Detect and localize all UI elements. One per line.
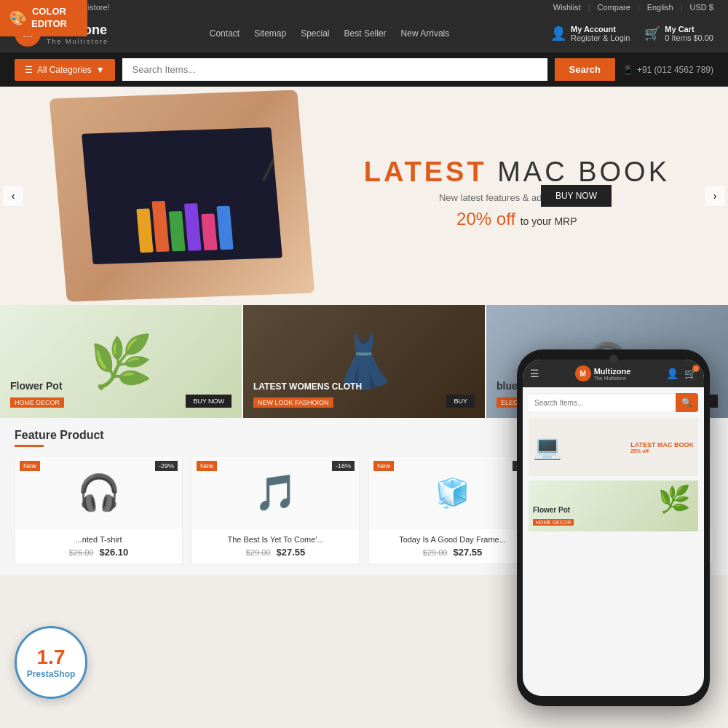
- language-selector[interactable]: English: [647, 3, 673, 12]
- fashion-fig-1: [136, 209, 153, 253]
- product-card-2[interactable]: New -16% 🎵 The Best Is Yet To Come'... $…: [191, 456, 360, 564]
- fashion-fig-4: [184, 203, 202, 250]
- category-name-2: LATEST WOMENS CLOTH: [253, 381, 362, 392]
- categories-label: All Categories: [37, 65, 92, 75]
- phone-logo-text: Multizone The Multistore: [594, 367, 631, 381]
- phone-plant-decoration: 🌿: [658, 484, 691, 515]
- phone-hero-laptop: 💻: [533, 433, 562, 461]
- menu-icon: ☰: [25, 65, 33, 75]
- hero-content: LATEST MAC BOOK New latest features & ad…: [364, 157, 670, 235]
- fashion-fig-5: [201, 213, 217, 250]
- phone-cat-banner: 🌿 Flower Pot HOME DECOR: [529, 480, 698, 531]
- prestashop-badge: 1.7 PrestaShop: [15, 626, 95, 706]
- product-prices-2: $29.00 $27.55: [198, 547, 353, 558]
- phone-account-icon[interactable]: 👤: [666, 368, 678, 379]
- account-text: My Account Register & Login: [571, 25, 630, 42]
- color-editor-icon: 🎨: [9, 9, 27, 28]
- phone-hero: 💻 LATEST MAC BOOK 25% off: [529, 418, 698, 476]
- category-banner-women: 👗 LATEST WOMENS CLOTH NEW LOOK FASHOION …: [243, 305, 486, 418]
- nav-newarrivals[interactable]: New Arrivals: [401, 28, 450, 39]
- phone-cart-icon[interactable]: 🛒0: [684, 368, 697, 379]
- compare-link[interactable]: Compare: [598, 3, 630, 12]
- category-badge-2: NEW LOOK FASHOION: [253, 397, 333, 408]
- whatsapp-icon: 📱: [622, 65, 633, 75]
- laptop-screen: [82, 127, 282, 264]
- product-badge-1: New: [20, 461, 40, 471]
- product-name-2: The Best Is Yet To Come'...: [198, 535, 353, 544]
- category-badge-1: HOME DECOR: [10, 397, 64, 408]
- header-actions: 👤 My Account Register & Login 🛒 My Cart …: [550, 25, 713, 42]
- whatsapp-contact: 📱 +91 (012 4562 789): [622, 65, 713, 75]
- phone-tagline: The Multistore: [594, 376, 631, 381]
- hero-title-accent: LATEST: [364, 157, 487, 187]
- nav-contact[interactable]: Contact: [210, 28, 240, 39]
- categories-button[interactable]: ☰ All Categories ▼: [15, 59, 115, 81]
- my-account-button[interactable]: 👤 My Account Register & Login: [550, 25, 630, 42]
- product-badge-2: New: [197, 461, 217, 471]
- hero-slider: ‹ LATEST MAC BOOK New latest features & …: [0, 87, 728, 305]
- product-card-3[interactable]: New -5% 🧊 Today Is A Good Day Frame... $…: [368, 456, 537, 564]
- my-cart-button[interactable]: 🛒 My Cart 0 Items $0.00: [644, 25, 713, 42]
- product-info-3: Today Is A Good Day Frame... $29.00 $27.…: [369, 529, 536, 563]
- phone-number: +91 (012 4562 789): [637, 65, 713, 75]
- search-button[interactable]: Search: [555, 58, 615, 81]
- hero-laptop-visual: [50, 90, 315, 302]
- plant-decoration: 🌿: [90, 332, 153, 392]
- nav-special[interactable]: Special: [301, 28, 329, 39]
- product-badge-3: New: [373, 461, 394, 471]
- cart-text: My Cart 0 Items $0.00: [665, 25, 713, 42]
- product-image-3: 🧊: [369, 456, 536, 529]
- phone-search-bar: 🔍: [529, 393, 698, 412]
- product-info-2: The Best Is Yet To Come'... $29.00 $27.5…: [192, 529, 359, 563]
- fashion-fig-6: [216, 206, 233, 250]
- hero-discount-value: 20% off: [456, 209, 515, 229]
- hero-prev-arrow[interactable]: ‹: [3, 186, 23, 206]
- ps-version: 1.7: [37, 646, 66, 669]
- banner-info-2: LATEST WOMENS CLOTH NEW LOOK FASHOION: [253, 381, 362, 408]
- wishlist-link[interactable]: Wishlist: [553, 3, 581, 12]
- phone-cat-name: Flower Pot: [533, 506, 574, 514]
- old-price-1: $26.00: [69, 548, 94, 557]
- category-buy-btn-2[interactable]: BUY: [446, 395, 475, 408]
- color-editor-label: COLOR EDITOR: [31, 6, 67, 31]
- account-label: My Account: [571, 25, 630, 33]
- fashion-fig-2: [151, 201, 169, 252]
- new-price-2: $27.55: [276, 547, 305, 558]
- hero-next-arrow[interactable]: ›: [705, 186, 725, 206]
- currency-selector[interactable]: USD $: [690, 3, 713, 12]
- new-price-1: $26.10: [99, 547, 128, 558]
- phone-cat-badge: HOME DECOR: [533, 519, 574, 526]
- phone-search-button[interactable]: 🔍: [676, 393, 698, 412]
- color-editor-badge[interactable]: 🎨 COLOR EDITOR: [0, 0, 87, 36]
- category-name-1: Flower Pot: [10, 380, 64, 392]
- brand-tagline: The Multistore: [47, 38, 108, 45]
- hero-buy-button[interactable]: BUY NOW: [541, 185, 612, 207]
- account-icon: 👤: [550, 25, 566, 41]
- section-underline: [15, 445, 44, 447]
- search-input[interactable]: [122, 58, 547, 81]
- old-price-3: $29.00: [423, 548, 448, 557]
- product-name-3: Today Is A Good Day Frame...: [375, 535, 530, 544]
- ps-circle: 1.7 PrestaShop: [15, 626, 87, 699]
- product-discount-1: -29%: [155, 461, 178, 471]
- hero-discount: 20% off to your MRP: [364, 209, 670, 229]
- nav-sitemap[interactable]: Sitemap: [254, 28, 286, 39]
- product-prices-3: $29.00 $27.55: [375, 547, 530, 558]
- product-name-1: ...nted T-shirt: [21, 535, 176, 544]
- product-card-1[interactable]: New -29% 🎧 ...nted T-shirt $26.00 $26.10: [15, 456, 183, 564]
- phone-menu-icon[interactable]: ☰: [530, 368, 539, 379]
- top-bar: Welcome to our Multistore! Wishlist | Co…: [0, 0, 728, 15]
- category-buy-btn-1[interactable]: BUY NOW: [186, 395, 232, 408]
- category-banner-flower-pot: 🌿 Flower Pot HOME DECOR BUY NOW: [0, 305, 243, 418]
- product-info-1: ...nted T-shirt $26.00 $26.10: [15, 529, 182, 563]
- phone-cat-info: Flower Pot HOME DECOR: [533, 506, 574, 527]
- phone-header-actions: 👤 🛒0: [666, 368, 697, 379]
- mobile-preview: ☰ M Multizone The Multistore 👤 🛒0 🔍: [517, 349, 721, 713]
- hero-discount-suffix: to your MRP: [521, 215, 577, 227]
- search-bar: ☰ All Categories ▼ Search 📱 +91 (012 456…: [0, 52, 728, 87]
- ps-name: PrestaShop: [27, 669, 76, 679]
- phone-search-input[interactable]: [529, 395, 676, 411]
- phone-header: ☰ M Multizone The Multistore 👤 🛒0: [523, 360, 704, 387]
- phone-screen: ☰ M Multizone The Multistore 👤 🛒0 🔍: [523, 360, 704, 696]
- nav-bestseller[interactable]: Best Seller: [344, 28, 387, 39]
